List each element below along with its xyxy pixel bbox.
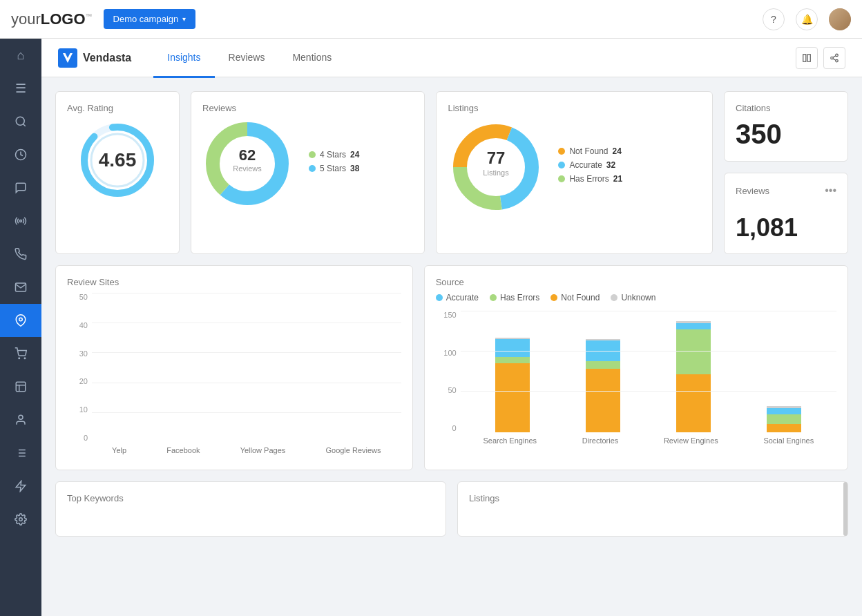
sidebar-item-menu[interactable]: ☰ [0, 72, 41, 105]
svg-point-4 [19, 318, 23, 321]
reviews-donut-card: Reviews 62 Reviews 4 Stars [191, 91, 425, 254]
source-chart-area [461, 311, 836, 432]
legend-5stars: 5 Stars 38 [309, 164, 359, 173]
tab-mentions[interactable]: Mentions [278, 39, 345, 78]
svg-point-18 [19, 518, 23, 521]
reviews-count-header: Reviews ••• [736, 184, 836, 197]
scroll-indicator[interactable] [843, 482, 847, 536]
columns-button[interactable] [796, 47, 818, 69]
svg-line-25 [833, 58, 836, 59]
main-content: Vendasta Insights Reviews Mentions Avg. … [41, 39, 862, 616]
sidebar-item-history[interactable] [0, 138, 41, 171]
sidebar-item-tasks[interactable] [0, 436, 41, 470]
vendasta-icon [58, 48, 77, 68]
sidebar-item-cart[interactable] [0, 337, 41, 370]
bar-social-engines [767, 406, 801, 432]
bar-search-engines [495, 338, 530, 432]
sidebar-item-reports[interactable] [0, 370, 41, 403]
notifications-button[interactable]: 🔔 [796, 8, 818, 30]
more-options-button[interactable]: ••• [825, 184, 836, 197]
grid-line [92, 323, 401, 323]
logo-area: yourLOGO™ Demo campaign ▾ [11, 9, 195, 29]
svg-rect-20 [803, 54, 806, 61]
svg-rect-21 [807, 54, 810, 61]
legend-accurate: Accurate 32 [558, 160, 622, 170]
y-axis: 0 10 20 30 40 50 [67, 293, 92, 442]
sidebar-item-home[interactable]: ⌂ [0, 39, 41, 72]
stacked-bars [461, 311, 836, 432]
bar-review-engines [676, 321, 711, 432]
accurate-dot [558, 162, 565, 169]
grid-line [92, 352, 401, 353]
reviews-count-value: 1,081 [736, 213, 836, 242]
tab-reviews[interactable]: Reviews [215, 39, 279, 78]
listings-legend: Not Found 24 Accurate 32 Has Errors 21 [558, 146, 622, 188]
listings-title: Listings [448, 103, 701, 113]
label-facebook: Facebook [166, 446, 200, 454]
sidebar-item-plugins[interactable] [0, 470, 41, 503]
source-x-axis: Search Engines Directories Review Engine… [461, 432, 836, 449]
label-yellowpages: Yellow Pages [240, 446, 286, 454]
avatar-image [829, 8, 851, 30]
bar-directories [586, 339, 620, 432]
sidebar-item-phone[interactable] [0, 238, 41, 271]
dashboard: Avg. Rating 4.65 R [41, 77, 862, 561]
bottom-row: Top Keywords Listings [55, 481, 848, 537]
app-header-right [796, 47, 845, 69]
app-logo-text: Vendasta [83, 52, 131, 64]
source-chart: 0 50 100 150 [436, 311, 836, 449]
citations-value: 350 [736, 119, 836, 150]
tab-insights[interactable]: Insights [153, 39, 214, 78]
sidebar-item-email[interactable] [0, 271, 41, 304]
reviews-legend: 4 Stars 24 5 Stars 38 [309, 150, 359, 177]
legend-accurate: Accurate [436, 293, 479, 302]
app-tabs: Insights Reviews Mentions [153, 39, 345, 77]
citations-card: Citations 350 [724, 91, 848, 162]
listings-bottom-title: Listings [469, 493, 836, 503]
demo-campaign-button[interactable]: Demo campaign ▾ [104, 9, 196, 29]
share-button[interactable] [823, 47, 845, 69]
review-sites-title: Review Sites [67, 277, 401, 287]
top-cards-row: Avg. Rating 4.65 R [55, 91, 848, 254]
sidebar-item-search[interactable] [0, 105, 41, 138]
top-keywords-title: Top Keywords [67, 493, 434, 503]
app-header: Vendasta Insights Reviews Mentions [41, 39, 862, 77]
svg-point-10 [19, 415, 23, 419]
listings-donut-card: Listings 77 Lis [436, 91, 713, 254]
help-button[interactable]: ? [763, 8, 785, 30]
listings-donut-inner: 77 Listings Not Found 24 Accurate 32 [448, 119, 701, 215]
label-review-engines: Review Engines [664, 436, 718, 445]
nav-right: ? 🔔 [763, 8, 851, 30]
grid-line [92, 383, 401, 383]
sidebar-item-settings[interactable] [0, 503, 41, 536]
avatar[interactable] [829, 8, 851, 30]
source-title: Source [436, 277, 836, 287]
svg-point-0 [16, 117, 24, 125]
label-search-engines: Search Engines [483, 436, 537, 445]
source-card: Source Accurate Has Errors Not Found [424, 265, 848, 470]
listings-donut-svg: 77 Listings [448, 119, 544, 215]
avg-rating-value: 4.65 [99, 149, 137, 171]
has-errors-dot [558, 175, 565, 182]
top-keywords-card: Top Keywords [55, 481, 446, 537]
svg-text:Listings: Listings [483, 169, 510, 177]
sidebar-item-user[interactable] [0, 403, 41, 436]
svg-point-5 [19, 358, 20, 359]
citations-title: Citations [736, 103, 836, 113]
chevron-down-icon: ▾ [182, 15, 186, 23]
label-yelp: Yelp [112, 446, 126, 454]
source-y-axis: 0 50 100 150 [436, 311, 461, 432]
legend-has-errors: Has Errors [490, 293, 539, 302]
svg-text:Reviews: Reviews [233, 164, 262, 173]
not-found-dot [558, 148, 565, 155]
right-stack: Citations 350 Reviews ••• 1,081 [724, 91, 848, 254]
sidebar-item-broadcast[interactable] [0, 204, 41, 238]
label-directories: Directories [582, 436, 619, 445]
svg-marker-17 [16, 481, 26, 492]
svg-rect-7 [16, 382, 26, 392]
grid-line [92, 293, 401, 293]
4stars-dot [309, 151, 316, 158]
reviews-count-card: Reviews ••• 1,081 [724, 173, 848, 254]
sidebar-item-location[interactable] [0, 304, 41, 337]
sidebar-item-chat[interactable] [0, 171, 41, 204]
